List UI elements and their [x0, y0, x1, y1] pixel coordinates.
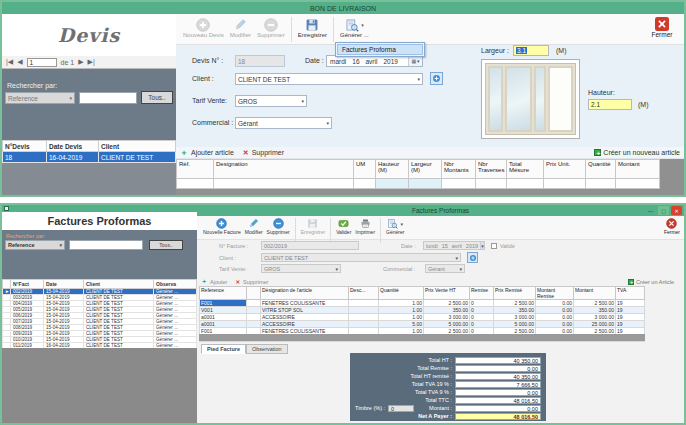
column-header[interactable]: Prix Unit.	[544, 160, 586, 179]
cell[interactable]: 5.00	[379, 321, 424, 328]
column-header[interactable]: Reference	[200, 287, 247, 300]
table-row[interactable]	[177, 179, 660, 189]
cell[interactable]: 19	[616, 300, 645, 307]
column-header[interactable]: Désignation de l'article	[261, 287, 349, 300]
column-header[interactable]: Nbr Montants	[442, 160, 476, 179]
column-header[interactable]	[247, 287, 261, 300]
cell[interactable]: 0.00	[536, 321, 574, 328]
cell[interactable]: 1.00	[379, 300, 424, 307]
cell[interactable]	[544, 179, 586, 189]
column-header[interactable]: UM	[354, 160, 376, 179]
column-header[interactable]: Quantité	[379, 287, 424, 300]
cell[interactable]: 0.00	[536, 300, 574, 307]
enregistrer-button[interactable]: Enregistrer	[295, 16, 330, 39]
search-by-select[interactable]: Reference ▾	[5, 240, 65, 250]
table-row[interactable]: 003/201915-04-2019CLIENT DE TESTGénérer …	[3, 295, 197, 301]
valider-button[interactable]: Valider	[334, 217, 353, 236]
column-header[interactable]: Largeur (M)	[409, 160, 442, 179]
cell[interactable]: 0.00	[536, 314, 574, 321]
generer-button[interactable]: ▾ Générer	[384, 217, 406, 236]
cell[interactable]	[349, 321, 379, 328]
timbre-input[interactable]: 0	[388, 405, 414, 412]
column-header[interactable]: N°Fact	[11, 280, 44, 289]
cell[interactable]: 350.00	[494, 307, 536, 314]
supprimer-button[interactable]: Supprimer	[265, 217, 292, 236]
column-header[interactable]: Nbr Traverses	[476, 160, 507, 179]
minimize-button[interactable]: —	[645, 206, 656, 215]
cell[interactable]: 19	[616, 314, 645, 321]
search-input[interactable]	[69, 240, 143, 250]
cell[interactable]: 0	[470, 307, 494, 314]
maximize-button[interactable]: ▢	[658, 206, 669, 215]
cell[interactable]: 0	[470, 300, 494, 307]
supprimer-button[interactable]: Supprimer	[243, 279, 268, 285]
cell[interactable]: 2 500.00	[574, 300, 616, 307]
enregistrer-button[interactable]: Enregistrer	[299, 217, 327, 236]
next-record-button[interactable]: ▶	[78, 58, 83, 66]
table-row[interactable]: 008/201915-04-2019CLIENT DE TESTGénérer …	[3, 325, 197, 331]
cell[interactable]: 25 000.00	[574, 321, 616, 328]
valide-checkbox[interactable]	[491, 243, 497, 249]
cell[interactable]: 3 000.00	[424, 314, 470, 321]
commercial-select[interactable]: Gérant ▾	[235, 117, 332, 129]
cell[interactable]: ACCESSOIRE	[261, 314, 349, 321]
column-header[interactable]: Observa	[154, 280, 197, 289]
column-header[interactable]: Client	[84, 280, 154, 289]
cell[interactable]	[616, 179, 660, 189]
table-row[interactable]: 007/201915-04-2019CLIENT DE TESTGénérer …	[3, 319, 197, 325]
supprimer-article-button[interactable]: Supprimer	[252, 149, 284, 156]
column-header[interactable]: Client	[99, 141, 176, 152]
cell[interactable]: 0	[470, 321, 494, 328]
table-row[interactable]: 009/201915-04-2019CLIENT DE TESTGénérer …	[3, 331, 197, 337]
column-header[interactable]: Montant	[574, 287, 616, 300]
cell[interactable]: 2 500.00	[424, 300, 470, 307]
cell[interactable]: 0.00	[536, 307, 574, 314]
cell[interactable]: 350.00	[574, 307, 616, 314]
close-button[interactable]: ✕	[671, 206, 682, 215]
cell[interactable]: 350.00	[424, 307, 470, 314]
cell[interactable]: 3 000.00	[574, 314, 616, 321]
cell[interactable]: 19	[616, 321, 645, 328]
cell[interactable]: VITRE STOP SOL	[261, 307, 349, 314]
table-row[interactable]: a0001ACCESSOIRE1.003 000.0003 000.000.00…	[200, 314, 645, 321]
cell[interactable]: 1.00	[379, 307, 424, 314]
column-header[interactable]: Prix Remisé	[494, 287, 536, 300]
ajouter-button[interactable]: Ajouter	[210, 279, 227, 285]
fermer-button[interactable]: Fermer	[644, 17, 680, 38]
cell[interactable]: CLIENT DE TEST	[99, 152, 176, 163]
cell[interactable]	[354, 179, 376, 189]
cell[interactable]: 5 000.00	[424, 321, 470, 328]
cell[interactable]: 16-04-2019	[47, 152, 99, 163]
tarif-vente-select[interactable]: GROS ▾	[235, 95, 307, 107]
cell[interactable]	[476, 179, 507, 189]
supprimer-button[interactable]: Supprimer	[254, 16, 288, 39]
menu-item-factures-proforma[interactable]: Factures Proforma	[337, 44, 423, 55]
cell[interactable]	[507, 179, 544, 189]
cell[interactable]	[247, 307, 261, 314]
table-row[interactable]: F001FENETRES COULISSANTE1.002 500.0002 5…	[200, 300, 645, 307]
cell[interactable]: 2 500.00	[494, 300, 536, 307]
search-input[interactable]	[79, 92, 137, 104]
column-header[interactable]: Date Devis	[47, 141, 99, 152]
cell[interactable]: F001	[200, 300, 247, 307]
table-row[interactable]: 006/201915-04-2019CLIENT DE TESTGénérer …	[3, 313, 197, 319]
imprimer-button[interactable]: Imprimer	[353, 217, 377, 236]
last-record-button[interactable]: ▶|	[88, 58, 95, 66]
creer-article-link[interactable]: ＋ Créer un nouveau article	[594, 149, 680, 156]
column-header[interactable]: Prix Vente HT	[424, 287, 470, 300]
add-client-button[interactable]	[430, 72, 443, 85]
column-header[interactable]: Montant Remise	[536, 287, 574, 300]
column-header[interactable]: Desc...	[349, 287, 379, 300]
tous-button[interactable]: Tous..	[149, 240, 183, 250]
prev-record-button[interactable]: ◀	[17, 58, 22, 66]
ajouter-article-button[interactable]: Ajouter article	[191, 149, 234, 156]
cell[interactable]: FENETRES COULISSANTE	[261, 300, 349, 307]
column-header[interactable]	[3, 280, 11, 289]
nouvelle-facture-button[interactable]: Nouvelle Facture	[201, 217, 243, 236]
column-header[interactable]: Date	[44, 280, 84, 289]
cell[interactable]: 3 000.00	[494, 314, 536, 321]
table-row[interactable]: 004/201915-04-2019CLIENT DE TESTGénérer …	[3, 301, 197, 307]
cell[interactable]	[376, 179, 409, 189]
cell[interactable]	[247, 314, 261, 321]
hauteur-input[interactable]: 2.1	[588, 99, 632, 110]
